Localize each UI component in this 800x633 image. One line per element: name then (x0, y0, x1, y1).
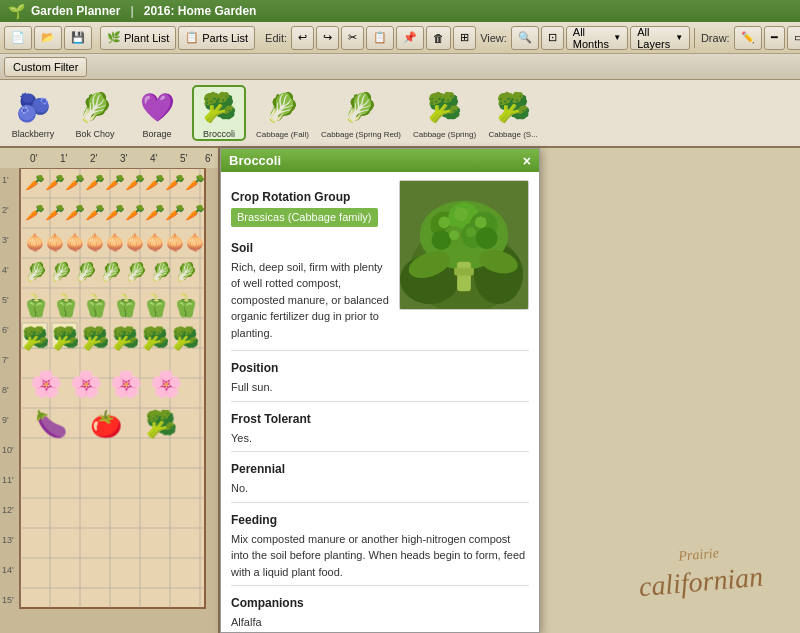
svg-text:🥦: 🥦 (52, 325, 80, 352)
save-button[interactable]: 💾 (64, 26, 92, 50)
draw-pencil-button[interactable]: ✏️ (734, 26, 762, 50)
svg-point-117 (449, 230, 459, 240)
undo-button[interactable]: ↩ (291, 26, 314, 50)
svg-text:🫑: 🫑 (22, 292, 50, 319)
cabbage-s-icon: 🥦 (493, 88, 533, 128)
svg-text:🧅: 🧅 (165, 233, 185, 252)
bok-choy-icon: 🥬 (75, 87, 115, 127)
svg-text:🫑: 🫑 (142, 292, 170, 319)
svg-text:🥦: 🥦 (82, 325, 110, 352)
copy-button[interactable]: 📋 (366, 26, 394, 50)
column-labels-svg: 0' 1' 2' 3' 4' 5' 6' (0, 148, 218, 168)
blackberry-icon: 🫐 (13, 87, 53, 127)
divider-5 (231, 585, 529, 586)
paste-button[interactable]: 📌 (396, 26, 424, 50)
svg-text:🥕: 🥕 (25, 173, 45, 192)
plant-item-blackberry[interactable]: 🫐 Blackberry (8, 87, 58, 139)
cabbage-spring-label: Cabbage (Spring) (413, 130, 476, 139)
svg-text:🧅: 🧅 (45, 233, 65, 252)
svg-text:🥕: 🥕 (85, 173, 105, 192)
grid-header: 0' 1' 2' 3' 4' 5' 6' (0, 148, 218, 168)
feeding-text: Mix composted manure or another high-nit… (231, 531, 529, 581)
months-dropdown[interactable]: All Months ▼ (566, 26, 628, 50)
draw-rect-button[interactable]: ▭ (787, 26, 800, 50)
open-button[interactable]: 📂 (34, 26, 62, 50)
info-panel-title: Broccoli (229, 153, 281, 168)
cabbage-spring-red-label: Cabbage (Spring Red) (321, 130, 401, 139)
delete-button[interactable]: 🗑 (426, 26, 451, 50)
layers-dropdown[interactable]: All Layers ▼ (630, 26, 690, 50)
svg-point-112 (432, 230, 452, 250)
soil-title: Soil (231, 239, 389, 257)
garden-svg: 1' 2' 3' 4' 5' 6' 7' 8' 9' 10' 11' 12' 1… (0, 168, 220, 628)
svg-text:🥬: 🥬 (100, 261, 123, 283)
divider-2 (231, 401, 529, 402)
svg-text:14': 14' (2, 565, 14, 575)
plant-list-icon: 🌿 (107, 31, 121, 44)
new-button[interactable]: 📄 (4, 26, 32, 50)
svg-text:🫑: 🫑 (52, 292, 80, 319)
borage-label: Borage (142, 129, 171, 139)
redo-button[interactable]: ↪ (316, 26, 339, 50)
plant-item-cabbage-fall[interactable]: 🥬 Cabbage (Fall) (256, 88, 309, 139)
info-close-button[interactable]: × (523, 154, 531, 168)
divider-3 (231, 451, 529, 452)
select-all-button[interactable]: ⊞ (453, 26, 476, 50)
svg-text:2': 2' (2, 205, 9, 215)
companions-text: Alfalfa (231, 614, 529, 631)
svg-text:4': 4' (2, 265, 9, 275)
svg-text:🥕: 🥕 (105, 173, 125, 192)
svg-text:11': 11' (2, 475, 14, 485)
cut-button[interactable]: ✂ (341, 26, 364, 50)
svg-text:🧅: 🧅 (125, 233, 145, 252)
draw-label: Draw: (701, 32, 730, 44)
plant-item-bok-choy[interactable]: 🥬 Bok Choy (70, 87, 120, 139)
custom-filter-button[interactable]: Custom Filter (4, 57, 87, 77)
plant-list-button[interactable]: 🌿 Plant List (100, 26, 176, 50)
draw-line-button[interactable]: ━ (764, 26, 785, 50)
plant-item-borage[interactable]: 💜 Borage (132, 87, 182, 139)
svg-text:🥦: 🥦 (142, 325, 170, 352)
svg-text:🧅: 🧅 (25, 233, 45, 252)
svg-text:🥕: 🥕 (65, 173, 85, 192)
zoom-fit-button[interactable]: ⊡ (541, 26, 564, 50)
plant-item-cabbage-spring-red[interactable]: 🥬 Cabbage (Spring Red) (321, 88, 401, 139)
position-text: Full sun. (231, 379, 529, 396)
cabbage-fall-icon: 🥬 (262, 88, 302, 128)
svg-point-115 (454, 208, 468, 222)
cabbage-spring-icon: 🥦 (425, 88, 465, 128)
svg-text:🥕: 🥕 (25, 203, 45, 222)
feeding-title: Feeding (231, 511, 529, 529)
title-bar: 🌱 Garden Planner | 2016: Home Garden (0, 0, 800, 22)
svg-text:🥦: 🥦 (112, 325, 140, 352)
info-panel-content: Crop Rotation Group Brassicas (Cabbage f… (221, 172, 539, 633)
crop-rotation-col: Crop Rotation Group Brassicas (Cabbage f… (231, 180, 389, 345)
plant-item-cabbage-s[interactable]: 🥦 Cabbage (S... (488, 88, 538, 139)
garden-area[interactable]: 0' 1' 2' 3' 4' 5' 6' (0, 148, 220, 633)
svg-text:🌸: 🌸 (30, 368, 63, 400)
plant-item-cabbage-spring[interactable]: 🥦 Cabbage (Spring) (413, 88, 476, 139)
svg-text:3': 3' (2, 235, 9, 245)
svg-point-118 (466, 227, 476, 237)
perennial-text: No. (231, 480, 529, 497)
svg-text:🥬: 🥬 (175, 261, 198, 283)
svg-text:0': 0' (30, 153, 38, 164)
view-label: View: (480, 32, 507, 44)
app-title: Garden Planner (31, 4, 120, 18)
cabbage-fall-label: Cabbage (Fall) (256, 130, 309, 139)
svg-text:8': 8' (2, 385, 9, 395)
svg-text:🥕: 🥕 (185, 173, 205, 192)
parts-list-button[interactable]: 📋 Parts List (178, 26, 255, 50)
garden-canvas[interactable]: 1' 2' 3' 4' 5' 6' 7' 8' 9' 10' 11' 12' 1… (0, 168, 218, 633)
divider-4 (231, 502, 529, 503)
svg-text:🥕: 🥕 (105, 203, 125, 222)
frost-tolerant-title: Frost Tolerant (231, 410, 529, 428)
svg-text:🥕: 🥕 (145, 173, 165, 192)
companions-title: Companions (231, 594, 529, 612)
divider-1 (231, 350, 529, 351)
edit-label: Edit: (265, 32, 287, 44)
borage-icon: 💜 (137, 87, 177, 127)
plant-item-broccoli[interactable]: 🥦 Broccoli (194, 87, 244, 139)
svg-text:🥕: 🥕 (165, 173, 185, 192)
zoom-in-button[interactable]: 🔍 (511, 26, 539, 50)
